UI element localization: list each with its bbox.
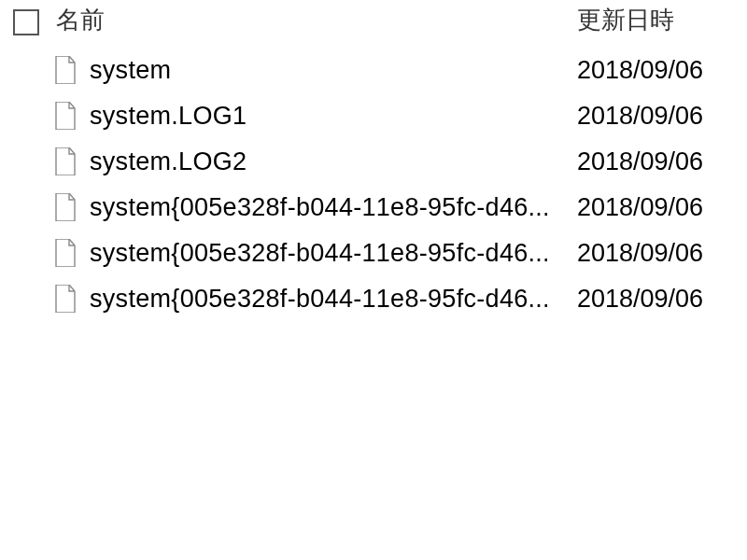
file-date: 2018/09/06 <box>570 56 747 85</box>
select-all-checkbox[interactable] <box>13 9 39 35</box>
file-date: 2018/09/06 <box>570 147 747 176</box>
file-row[interactable]: system.LOG2 2018/09/06 <box>0 139 747 185</box>
file-explorer-list: 名前 更新日時 system 2018/09/06 system.LOG1 20… <box>0 0 747 322</box>
file-row[interactable]: system{005e328f-b044-11e8-95fc-d46... 20… <box>0 276 747 322</box>
file-name: system{005e328f-b044-11e8-95fc-d46... <box>90 285 570 314</box>
file-row[interactable]: system{005e328f-b044-11e8-95fc-d46... 20… <box>0 231 747 276</box>
file-row[interactable]: system{005e328f-b044-11e8-95fc-d46... 20… <box>0 185 747 231</box>
file-icon <box>54 56 77 84</box>
file-icon <box>54 285 77 313</box>
file-icon <box>54 193 77 221</box>
file-date: 2018/09/06 <box>570 285 747 314</box>
file-icon <box>54 147 77 175</box>
file-name: system.LOG2 <box>90 147 570 176</box>
file-row[interactable]: system 2018/09/06 <box>0 48 747 93</box>
file-name: system <box>90 56 570 85</box>
column-headers: 名前 更新日時 <box>0 0 747 48</box>
file-date: 2018/09/06 <box>570 102 747 131</box>
column-header-name[interactable]: 名前 <box>56 4 570 36</box>
file-row[interactable]: system.LOG1 2018/09/06 <box>0 93 747 139</box>
column-header-date[interactable]: 更新日時 <box>570 4 747 36</box>
file-name: system{005e328f-b044-11e8-95fc-d46... <box>90 239 570 268</box>
file-name: system.LOG1 <box>90 102 570 131</box>
file-name: system{005e328f-b044-11e8-95fc-d46... <box>90 193 570 222</box>
file-date: 2018/09/06 <box>570 239 747 268</box>
file-icon <box>54 239 77 267</box>
file-date: 2018/09/06 <box>570 193 747 222</box>
file-icon <box>54 102 77 130</box>
